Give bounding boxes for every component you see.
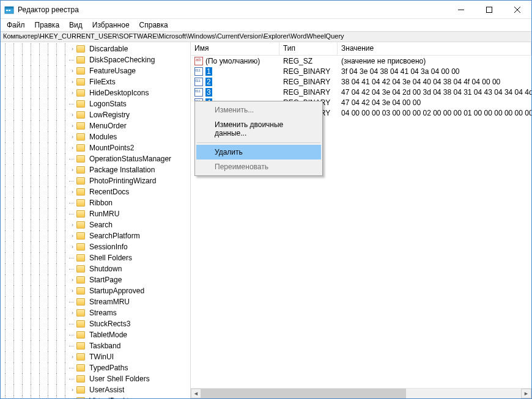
tree-item[interactable]: ›MountPoints2 [1,142,190,153]
expand-icon[interactable]: › [69,79,76,86]
expand-icon[interactable]: › [69,288,76,295]
context-menu-separator [197,142,320,143]
value-data: 47 04 42 04 3e 04 00 00 [338,98,531,107]
tree-item[interactable]: StreamMRU [1,296,190,307]
expand-icon[interactable]: › [69,123,76,130]
tree-item[interactable]: RunMRU [1,208,190,219]
tree-item[interactable]: TypedPaths [1,362,190,373]
close-button[interactable] [503,1,531,18]
tree-item[interactable]: Shell Folders [1,252,190,263]
scroll-right-button[interactable]: ► [521,389,531,398]
tree-item[interactable]: ›FileExts [1,76,190,87]
context-menu-rename[interactable]: Переименовать [196,159,321,174]
expand-icon[interactable]: › [69,222,76,229]
list-row[interactable]: 2REG_BINARY38 04 41 04 42 04 3e 04 40 04… [191,76,531,87]
context-menu-delete[interactable]: Удалить [196,145,321,159]
context-menu-modify[interactable]: Изменить... [196,103,321,117]
menu-view[interactable]: Вид [64,20,87,30]
menu-file[interactable]: Файл [2,20,30,30]
expand-icon[interactable]: › [69,134,76,141]
menu-favorites[interactable]: Избранное [87,20,135,30]
list-row[interactable]: (По умолчанию)REG_SZ(значение не присвое… [191,56,531,66]
menu-edit[interactable]: Правка [30,20,65,30]
list-row[interactable]: 3REG_BINARY47 04 42 04 3e 04 2d 00 3d 04… [191,87,531,97]
tree-item[interactable]: ›HideDesktopIcons [1,87,190,98]
expand-icon[interactable]: › [69,112,76,119]
expand-icon[interactable]: › [69,244,76,251]
expand-icon[interactable]: › [69,90,76,97]
tree-branch-icon [69,200,76,207]
scroll-left-button[interactable]: ◄ [191,389,201,398]
tree-item[interactable]: ›UserAssist [1,384,190,395]
tree-pane[interactable]: ›DiscardableDiskSpaceChecking›FeatureUsa… [1,42,191,398]
scroll-track[interactable] [201,389,521,398]
scroll-thumb[interactable] [201,389,406,398]
minimize-button[interactable] [447,1,475,18]
tree-label: User Shell Folders [87,375,152,383]
tree-label: StuckRects3 [87,320,132,328]
tree-item[interactable]: ›FeatureUsage [1,65,190,76]
tree-item[interactable]: PhotoPrintingWizard [1,175,190,186]
tree-item[interactable]: TabletMode [1,329,190,340]
tree-label: DiskSpaceChecking [87,56,157,64]
expand-icon[interactable]: › [69,354,76,361]
expand-icon[interactable]: › [69,310,76,317]
tree-item[interactable]: StuckRects3 [1,318,190,329]
tree-item[interactable]: Ribbon [1,197,190,208]
folder-icon [76,309,85,317]
tree-branch-icon [69,57,76,64]
folder-icon [76,100,85,108]
folder-icon [76,298,85,306]
tree-item[interactable]: Taskband [1,340,190,351]
tree-item[interactable]: ›Streams [1,307,190,318]
expand-icon[interactable]: › [69,277,76,284]
folder-icon [76,375,85,383]
tree-branch-icon [69,255,76,262]
tree-item[interactable]: ›MenuOrder [1,120,190,131]
tree-item[interactable]: ›SessionInfo [1,241,190,252]
column-data[interactable]: Значение [338,42,531,55]
maximize-button[interactable] [475,1,503,18]
expand-icon[interactable]: › [69,233,76,240]
expand-icon[interactable]: › [69,387,76,394]
tree-item[interactable]: DiskSpaceChecking [1,54,190,65]
expand-icon[interactable]: › [69,46,76,53]
tree-item[interactable]: Shutdown [1,263,190,274]
tree-item[interactable]: ›RecentDocs [1,186,190,197]
value-name: 3 [205,88,212,97]
tree-branch-icon [69,101,76,108]
expand-icon[interactable]: › [69,189,76,196]
tree-item[interactable]: LogonStats [1,98,190,109]
context-menu-modify-binary[interactable]: Изменить двоичные данные... [196,117,321,141]
tree-item[interactable]: VirtualDesktops [1,395,190,398]
address-bar[interactable]: Компьютер\HKEY_CURRENT_USER\SOFTWARE\Mic… [1,31,531,42]
string-value-icon [194,57,203,65]
expand-icon[interactable]: › [69,145,76,152]
value-data: 47 04 42 04 3e 04 2d 00 3d 04 38 04 31 0… [338,88,531,97]
horizontal-scrollbar[interactable]: ◄ ► [191,388,531,398]
list-header: Имя Тип Значение [191,42,531,56]
tree-item[interactable]: ›Search [1,219,190,230]
tree-item[interactable]: ›StartPage [1,274,190,285]
tree-branch-icon [69,376,76,383]
column-name[interactable]: Имя [191,42,279,55]
folder-icon [76,364,85,372]
menu-help[interactable]: Справка [135,20,173,30]
expand-icon[interactable]: › [69,68,76,75]
tree-label: Modules [87,133,119,141]
tree-item[interactable]: ›SearchPlatform [1,230,190,241]
tree-branch-icon [69,266,76,273]
tree-item[interactable]: ›StartupApproved [1,285,190,296]
tree-item[interactable]: ›Discardable [1,43,190,54]
expand-icon[interactable]: › [69,167,76,174]
tree-item[interactable]: User Shell Folders [1,373,190,384]
list-row[interactable]: 1REG_BINARY3f 04 3e 04 38 04 41 04 3a 04… [191,66,531,76]
tree-branch-icon [69,343,76,350]
tree-item[interactable]: ›LowRegistry [1,109,190,120]
tree-label: LowRegistry [87,111,131,119]
tree-item[interactable]: ›Package Installation [1,164,190,175]
tree-item[interactable]: ›Modules [1,131,190,142]
tree-item[interactable]: OperationStatusManager [1,153,190,164]
column-type[interactable]: Тип [279,42,338,55]
tree-item[interactable]: ›TWinUI [1,351,190,362]
